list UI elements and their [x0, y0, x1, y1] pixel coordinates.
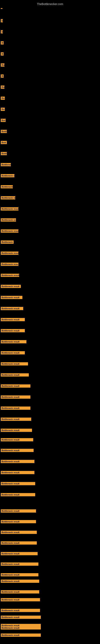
bar-label: Bottleneck result: [1, 429, 32, 432]
bar-container: Bottleneck result: [1, 274, 19, 277]
bar-label: Bott: [1, 141, 7, 144]
bar-label: Bottleneck result: [1, 340, 26, 343]
bar-label: Bottleneck result: [1, 609, 40, 612]
bar-label: Bottleneck result: [1, 590, 39, 594]
bar-container: Bottleneck result: [1, 616, 41, 619]
bar-container: Bottleneck resu: [1, 196, 15, 200]
bar-container: Bottleneck result: [1, 307, 23, 310]
bar-label: Bottleneck result: [1, 362, 28, 366]
bar-label: Bottleneck result: [1, 329, 25, 332]
bar-container: Bottleneck result: [1, 634, 41, 637]
bar-label: Bottleneck res: [1, 174, 14, 177]
bar-label: Bottleneck result: [1, 384, 30, 388]
bar-container: Bottleneck resu: [1, 218, 16, 222]
bar-container: Bottleneck result: [1, 252, 18, 255]
bar-container: Bottleneck result: [1, 406, 30, 410]
bar-label: Bottleneck result: [1, 580, 39, 583]
bar-label: Bottleneck resu: [1, 263, 18, 266]
bar-container: Bottleneck result: [1, 396, 30, 399]
bar-label: Bottleneck result: [1, 552, 38, 555]
bar-container: Bottleneck result: [1, 230, 18, 233]
bar-label: Bo: [1, 108, 5, 111]
bar-label: Bottleneck result: [1, 573, 38, 576]
bar-container: Bottleneck resu: [1, 263, 18, 266]
bar-label: Bottleneck result: [1, 207, 18, 210]
bar-label: Bottleneck result: [1, 520, 36, 523]
bar-label: Bottleneck result: [1, 252, 18, 255]
bar-label: Bottleneck result: [1, 285, 21, 288]
bar-label: Bottleneck result: [1, 562, 38, 566]
bar-label: Bottl: [1, 130, 7, 133]
bar-container: Bo: [1, 64, 4, 66]
bar-container: Bottleneck result: [1, 609, 40, 612]
bar-container: Bottleneck result: [1, 296, 22, 299]
bar-container: Bot: [1, 119, 6, 122]
bar-container: Bottleneck result: [1, 520, 36, 523]
bar-container: Bottlenec: [1, 163, 11, 166]
bar-container: Bottleneck result: [1, 285, 21, 288]
bar-label: Bottleneck result: [1, 598, 40, 601]
bar-container: Bottl: [1, 130, 7, 133]
bar-container: Bottleneck result: [1, 493, 35, 496]
bar-label: Bottleneck result: [1, 274, 19, 277]
bar-container: Bottleneck result: [1, 429, 32, 432]
bar-label: Bottleneck result: [1, 531, 37, 534]
bar-label: Bottl: [1, 152, 7, 155]
bar-label: Bottleneck result: [1, 396, 30, 399]
bar-container: Bott: [1, 141, 7, 144]
bar-container: Bottleneck result: [1, 318, 25, 321]
bar-label: Bottleneck result: [1, 482, 35, 485]
bar-container: Bottleneck result: [1, 552, 38, 555]
bar-container: Bottleneck result: [1, 351, 25, 354]
bar-container: Bottleneck result: [1, 207, 18, 210]
bar-container: Bottleneck result: [1, 573, 38, 576]
bar-container: Bottleneck result: [1, 340, 26, 343]
bar-label: Bottleneck result: [1, 460, 34, 463]
bar-container: E: [1, 30, 3, 34]
bar-container: B: [1, 52, 3, 56]
bar-label: Bottleneck result: [1, 406, 30, 410]
bar-container: B: [1, 41, 3, 44]
bar-label: Bo: [1, 64, 4, 66]
bar-container: Bottleneck result: [1, 449, 34, 452]
bar-container: Bottleneck result: [1, 373, 29, 376]
bar-label: Bottleneck result: [1, 471, 34, 474]
bar-label: Bottleneck resu: [1, 218, 16, 222]
bar-container: Bottleneck result: [1, 329, 25, 332]
bar-container: Bottleneck result: [1, 580, 39, 583]
bar-container: Bo: [1, 108, 5, 111]
bar-label: Bottleneck result: [1, 230, 18, 233]
bar-label: Bottleneck result: [1, 351, 25, 354]
bar-label: Bottleneck result: [1, 509, 36, 512]
bar-container: Bottleneck re: [1, 240, 14, 244]
bar-container: B: [1, 74, 3, 78]
bar-container: Bottleneck result: [1, 624, 41, 627]
bar-container: Bo: [1, 96, 5, 100]
bar-label: E: [1, 30, 3, 34]
bar-label: [1, 8, 2, 9]
bar-label: Bo: [1, 96, 5, 100]
bar-label: Bottleneck result: [1, 634, 41, 637]
bar-label: B: [1, 52, 3, 56]
bar-container: Bottleneck result: [1, 438, 33, 441]
bar-container: Bottleneck result: [1, 471, 34, 474]
bar-container: E: [1, 19, 3, 22]
bar-container: Bottleneck result: [1, 562, 38, 566]
bar-label: B: [1, 74, 3, 78]
bar-container: Bottleneck: [1, 185, 13, 188]
bar-container: Bottleneck res: [1, 174, 14, 177]
bar-container: Bottleneck result: [1, 384, 30, 388]
bar-container: Bottleneck result: [1, 460, 34, 463]
bar-label: Bottleneck result: [1, 624, 41, 627]
bar-label: Bottleneck result: [1, 493, 35, 496]
site-title: TheBottlenecker.com: [0, 1, 100, 7]
bar-label: Bottleneck: [1, 185, 13, 188]
bar-container: Bottleneck result: [1, 531, 37, 534]
bar-label: Bottleneck result: [1, 541, 37, 544]
bar-label: Bottlenec: [1, 163, 11, 166]
bar-container: Bo: [1, 86, 4, 89]
bar-label: Bottleneck result: [1, 438, 33, 441]
bar-label: Bottleneck result: [1, 296, 22, 299]
bar-container: Bottleneck result: [1, 418, 31, 421]
bar-container: [1, 8, 2, 9]
